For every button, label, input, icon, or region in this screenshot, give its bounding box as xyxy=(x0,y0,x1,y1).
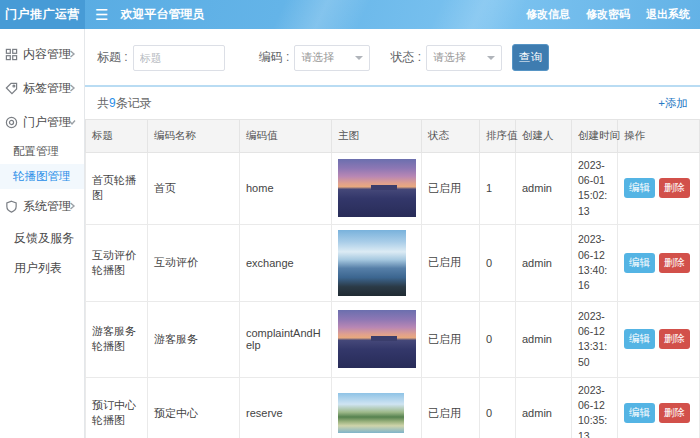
row-sort-value: 1 xyxy=(480,153,516,225)
sidebar-item-label: 反馈及服务 xyxy=(14,230,74,247)
row-title: 首页轮播图 xyxy=(86,153,148,225)
sidebar-item-内容管理[interactable]: 内容管理 xyxy=(0,37,84,71)
status-select-value: 请选择 xyxy=(433,50,466,65)
delete-button[interactable]: 删除 xyxy=(659,253,690,273)
sidebar-item-label: 内容管理 xyxy=(23,46,71,63)
column-header-标题: 标题 xyxy=(86,120,148,153)
results-panel: 共9条记录 +添加 标题编码名称编码值主图状态排序值创建人创建时间操作 首页轮播… xyxy=(85,85,700,438)
code-filter-select[interactable]: 请选择 xyxy=(294,45,370,71)
portal-icon xyxy=(5,116,18,129)
row-code-value: reserve xyxy=(240,377,332,438)
row-title: 预订中心轮播图 xyxy=(86,377,148,438)
add-record-link[interactable]: +添加 xyxy=(658,96,688,111)
row-actions: 编辑删除 xyxy=(618,224,700,301)
row-actions: 编辑删除 xyxy=(618,377,700,438)
edit-button[interactable]: 编辑 xyxy=(624,178,655,198)
table-body: 首页轮播图首页home已启用1admin2023-06-01 15:02:13编… xyxy=(86,153,700,438)
search-button[interactable]: 查询 xyxy=(512,44,549,71)
sidebar-item-label: 轮播图管理 xyxy=(13,169,71,184)
sidebar-item-label: 门户管理 xyxy=(23,114,71,131)
sidebar: 内容管理标签管理门户管理配置管理轮播图管理系统管理反馈及服务用户列表 xyxy=(0,29,85,438)
filter-bar: 标题 : 编码 : 请选择 状态 : 请选择 查询 xyxy=(85,29,700,85)
row-thumbnail-image xyxy=(338,159,416,217)
edit-button[interactable]: 编辑 xyxy=(624,329,655,349)
row-thumbnail-image xyxy=(338,230,406,296)
row-code-value: exchange xyxy=(240,224,332,301)
sidebar-item-label: 用户列表 xyxy=(14,260,62,277)
column-header-编码值: 编码值 xyxy=(240,120,332,153)
sidebar-item-label: 系统管理 xyxy=(23,198,71,215)
hamburger-menu-icon[interactable]: ☰ xyxy=(95,7,108,22)
chevron-right-icon xyxy=(68,84,76,92)
row-creator: admin xyxy=(516,377,572,438)
edit-button[interactable]: 编辑 xyxy=(624,253,655,273)
row-title: 游客服务轮播图 xyxy=(86,301,148,377)
row-created-time: 2023-06-01 15:02:13 xyxy=(572,153,618,225)
row-actions: 编辑删除 xyxy=(618,301,700,377)
row-created-time: 2023-06-12 10:35:13 xyxy=(572,377,618,438)
top-bar: 门户推广运营 ☰ 欢迎平台管理员 修改信息 修改密码 退出系统 xyxy=(0,0,700,29)
chevron-down-icon xyxy=(355,56,363,60)
sidebar-item-label: 配置管理 xyxy=(13,144,59,159)
row-creator: admin xyxy=(516,153,572,225)
record-count-text: 共9条记录 xyxy=(97,95,152,112)
column-header-排序值: 排序值 xyxy=(480,120,516,153)
delete-button[interactable]: 删除 xyxy=(659,178,690,198)
status-filter-label: 状态 : xyxy=(390,49,421,66)
record-count-number: 9 xyxy=(109,96,116,110)
row-code-name: 首页 xyxy=(148,153,240,225)
delete-button[interactable]: 删除 xyxy=(659,329,690,349)
delete-button[interactable]: 删除 xyxy=(659,403,690,423)
row-status: 已启用 xyxy=(422,301,480,377)
chevron-right-icon xyxy=(68,202,76,210)
table-row: 游客服务轮播图游客服务complaintAndHelp已启用0admin2023… xyxy=(86,301,700,377)
sidebar-item-用户列表[interactable]: 用户列表 xyxy=(0,253,84,283)
edit-info-link[interactable]: 修改信息 xyxy=(526,7,570,22)
change-password-link[interactable]: 修改密码 xyxy=(586,7,630,22)
row-code-value: home xyxy=(240,153,332,225)
row-sort-value: 0 xyxy=(480,301,516,377)
row-thumbnail-image xyxy=(338,310,416,368)
table-row: 预订中心轮播图预定中心reserve已启用0admin2023-06-12 10… xyxy=(86,377,700,438)
title-filter-label: 标题 : xyxy=(97,49,128,66)
row-code-name: 互动评价 xyxy=(148,224,240,301)
row-created-time: 2023-06-12 13:40:16 xyxy=(572,224,618,301)
column-header-创建人: 创建人 xyxy=(516,120,572,153)
row-main-image-cell xyxy=(332,224,422,301)
chevron-right-icon xyxy=(68,50,76,58)
row-code-name: 游客服务 xyxy=(148,301,240,377)
chevron-down-icon xyxy=(487,56,495,60)
column-header-状态: 状态 xyxy=(422,120,480,153)
row-code-value: complaintAndHelp xyxy=(240,301,332,377)
table-row: 互动评价轮播图互动评价exchange已启用0admin2023-06-12 1… xyxy=(86,224,700,301)
column-header-创建时间: 创建时间 xyxy=(572,120,618,153)
sidebar-item-反馈及服务[interactable]: 反馈及服务 xyxy=(0,223,84,253)
logout-link[interactable]: 退出系统 xyxy=(646,7,690,22)
status-filter-select[interactable]: 请选择 xyxy=(426,45,502,71)
main-content: 标题 : 编码 : 请选择 状态 : 请选择 查询 共9条记录 +添加 xyxy=(85,29,700,438)
welcome-text: 欢迎平台管理员 xyxy=(120,6,204,23)
title-filter-input[interactable] xyxy=(133,45,225,71)
row-created-time: 2023-06-12 13:31:50 xyxy=(572,301,618,377)
table-header-row: 标题编码名称编码值主图状态排序值创建人创建时间操作 xyxy=(86,120,700,153)
row-main-image-cell xyxy=(332,301,422,377)
table-row: 首页轮播图首页home已启用1admin2023-06-01 15:02:13编… xyxy=(86,153,700,225)
sidebar-item-系统管理[interactable]: 系统管理 xyxy=(0,189,84,223)
shield-icon xyxy=(5,200,18,213)
sidebar-item-label: 标签管理 xyxy=(23,80,71,97)
sidebar-item-配置管理[interactable]: 配置管理 xyxy=(0,139,84,164)
row-actions: 编辑删除 xyxy=(618,153,700,225)
edit-button[interactable]: 编辑 xyxy=(624,403,655,423)
column-header-编码名称: 编码名称 xyxy=(148,120,240,153)
sidebar-item-门户管理[interactable]: 门户管理 xyxy=(0,105,84,139)
carousel-table: 标题编码名称编码值主图状态排序值创建人创建时间操作 首页轮播图首页home已启用… xyxy=(85,119,700,438)
code-select-value: 请选择 xyxy=(301,50,334,65)
row-code-name: 预定中心 xyxy=(148,377,240,438)
column-header-主图: 主图 xyxy=(332,120,422,153)
row-thumbnail-image xyxy=(338,393,404,433)
grid-icon xyxy=(5,48,18,61)
row-status: 已启用 xyxy=(422,153,480,225)
sidebar-item-轮播图管理[interactable]: 轮播图管理 xyxy=(0,164,84,189)
sidebar-item-标签管理[interactable]: 标签管理 xyxy=(0,71,84,105)
row-status: 已启用 xyxy=(422,377,480,438)
